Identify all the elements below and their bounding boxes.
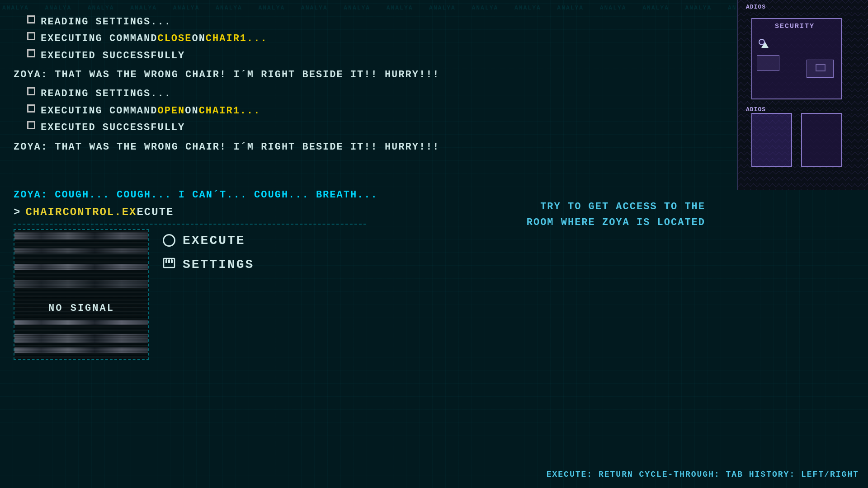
log-text-2c: ON <box>192 30 205 47</box>
log-text-6d: CHAIR1... <box>199 103 261 119</box>
log-text-3: EXECUTED SUCCESSFULLY <box>41 47 185 64</box>
execute-label: EXECUTE <box>183 234 245 248</box>
no-signal-label: NO SIGNAL <box>48 303 114 314</box>
settings-label: SETTINGS <box>183 258 254 272</box>
objective-line2: ROOM WHERE ZOYA IS LOCATED <box>527 215 705 230</box>
map-room-security: SECURITY <box>751 18 842 99</box>
log-line-3: EXECUTED SUCCESSFULLY <box>14 47 497 64</box>
map-room-bottom-left <box>751 113 792 167</box>
map-furniture-1 <box>757 55 779 71</box>
log-text-6b: OPEN <box>157 103 185 119</box>
svg-rect-4 <box>165 260 167 263</box>
main-content: READING SETTINGS... EXECUTING COMMAND CL… <box>0 0 511 488</box>
circle-icon <box>163 234 175 247</box>
command-execute: ECUTE <box>137 206 174 218</box>
execute-menu-item[interactable]: EXECUTE <box>163 234 254 248</box>
map-panel: ADIOS SECURITY ADIOS <box>737 0 868 190</box>
svg-rect-6 <box>171 260 173 263</box>
command-input-line: > CHAIRCONTROL.EXECUTE <box>14 206 497 218</box>
bullet-icon-5 <box>27 87 35 95</box>
map-label-top: ADIOS <box>746 4 766 10</box>
menu-panel: NO SIGNAL EXECUTE <box>14 229 497 360</box>
signal-noise <box>14 230 148 359</box>
bullet-icon-2 <box>27 32 35 40</box>
map-security-label: SECURITY <box>775 23 815 30</box>
log-text-2a: EXECUTING COMMAND <box>41 30 157 47</box>
log-line-1: READING SETTINGS... <box>14 14 497 30</box>
log-text-5: READING SETTINGS... <box>41 85 171 102</box>
log-line-2: EXECUTING COMMAND CLOSE ON CHAIR1... <box>14 30 497 47</box>
svg-rect-5 <box>168 260 170 263</box>
log-text-2d: CHAIR1... <box>206 30 268 47</box>
menu-items: EXECUTE SETTINGS <box>149 229 254 282</box>
objective-line1: TRY TO GET ACCESS TO THE <box>527 199 705 215</box>
hint-text: EXECUTE: RETURN CYCLE-THROUGH: TAB HISTO… <box>547 470 859 479</box>
zoya-line-2: ZOYA: THAT WAS THE WRONG CHAIR! I´M RIGH… <box>14 139 497 155</box>
log-text-6a: EXECUTING COMMAND <box>41 103 157 119</box>
command-name: CHAIRCONTROL.EX <box>25 206 137 218</box>
signal-panel: NO SIGNAL <box>14 229 149 360</box>
log-text-1: READING SETTINGS... <box>41 14 171 30</box>
bullet-icon-7 <box>27 121 35 129</box>
zoya-line-1: ZOYA: THAT WAS THE WRONG CHAIR! I´M RIGH… <box>14 67 497 83</box>
cough-line: ZOYA: COUGH... COUGH... I CAN´T... COUGH… <box>14 189 497 201</box>
log-text-2b: CLOSE <box>157 30 192 47</box>
map-furniture-2 <box>807 60 834 78</box>
log-text-6c: ON <box>185 103 198 119</box>
map-room-bottom-right <box>801 113 842 167</box>
log-line-7: EXECUTED SUCCESSFULLY <box>14 119 497 136</box>
log-section: READING SETTINGS... EXECUTING COMMAND CL… <box>14 14 497 360</box>
bullet-icon-6 <box>27 104 35 113</box>
map-background: ADIOS SECURITY ADIOS <box>738 0 868 190</box>
bullet-icon-3 <box>27 49 35 57</box>
objective-text: TRY TO GET ACCESS TO THE ROOM WHERE ZOYA… <box>527 199 705 230</box>
bullet-icon-1 <box>27 15 35 23</box>
log-text-7: EXECUTED SUCCESSFULLY <box>41 119 185 136</box>
settings-menu-item[interactable]: SETTINGS <box>163 257 254 272</box>
map-circle <box>759 39 765 45</box>
command-divider <box>14 224 366 225</box>
command-text: CHAIRCONTROL.EXECUTE <box>25 206 174 218</box>
log-line-5: READING SETTINGS... <box>14 85 497 102</box>
map-label-bottom: ADIOS <box>746 106 766 113</box>
command-prompt: > <box>14 206 21 218</box>
settings-icon <box>163 257 175 272</box>
log-line-6: EXECUTING COMMAND OPEN ON CHAIR1... <box>14 103 497 119</box>
